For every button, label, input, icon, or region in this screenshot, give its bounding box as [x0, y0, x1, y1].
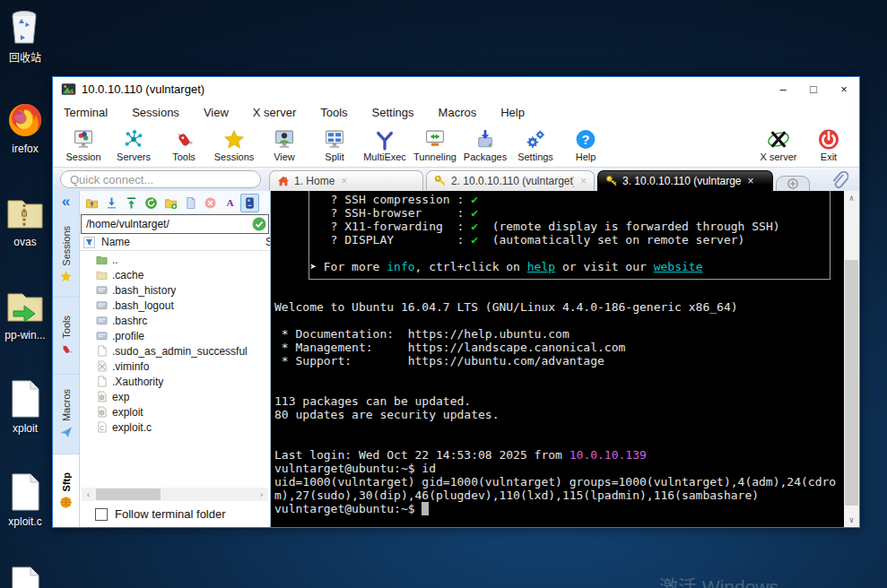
file-name: .cache	[112, 269, 143, 281]
desktop-icon-exploit-file[interactable]: xploit	[0, 378, 50, 435]
sidebar-tab-macros[interactable]: Macros	[53, 375, 79, 455]
mobaxterm-window: 10.0.10.110 (vulntarget) – □ × TerminalS…	[52, 76, 860, 528]
sidebar-tab-tools[interactable]: Tools	[53, 298, 79, 375]
desktop-icon-exploit-c-file[interactable]: xploit.c	[0, 471, 50, 528]
toolbar-button-label: Split	[325, 151, 343, 162]
doc-icon	[4, 378, 46, 419]
path-bar[interactable]: /home/vulntarget/	[81, 214, 269, 234]
terminal-sync-button[interactable]	[240, 194, 259, 212]
toolbar-packages-button[interactable]: Packages	[460, 125, 510, 166]
toolbar-multiexec-button[interactable]: MultiExec	[360, 125, 410, 166]
follow-terminal-folder-label: Follow terminal folder	[115, 507, 226, 521]
session-tab-3[interactable]: 3. 10.0.10.110 (vulntarge×	[597, 170, 773, 191]
sidebar-tab-sessions[interactable]: Sessions	[53, 212, 79, 298]
terminal-line: m),27(sudo),30(dip),46(plugdev),110(lxd)…	[274, 489, 843, 502]
toolbar-servers-button[interactable]: Servers	[109, 125, 159, 166]
session-tab-1[interactable]: 1. Home×	[269, 170, 423, 191]
menu-help[interactable]: Help	[491, 103, 534, 122]
file-row-exp[interactable]: exp	[80, 389, 270, 404]
file-row--bash-history[interactable]: .bash_history	[80, 282, 270, 298]
toolbar-session-button[interactable]: Session	[58, 125, 109, 166]
side-tab-strip: «SessionsToolsMacrosSftp	[53, 191, 80, 527]
hscroll-thumb[interactable]	[96, 489, 161, 500]
minimize-button[interactable]: –	[768, 78, 798, 101]
collapse-sidebar-button[interactable]: «	[53, 191, 79, 212]
toolbar-tunneling-button[interactable]: Tunneling	[410, 125, 460, 166]
new-folder-button[interactable]	[161, 194, 180, 212]
desktop-icon-firefox[interactable]: irefox	[0, 99, 50, 155]
file-list-header[interactable]: Name S	[80, 234, 270, 251]
toolbar-settings-button[interactable]: Settings	[510, 125, 561, 166]
new-tab-button[interactable]	[776, 176, 810, 191]
toolbar-view-button[interactable]: View	[259, 125, 309, 166]
file-row-exploit[interactable]: exploit	[80, 404, 270, 419]
toolbar-sessions-button[interactable]: Sessions	[209, 125, 259, 166]
file-row--bashrc[interactable]: .bashrc	[80, 313, 270, 328]
parent-dir-button[interactable]	[83, 194, 101, 212]
menu-x-server[interactable]: X server	[244, 103, 305, 122]
paperclip-icon[interactable]	[830, 171, 848, 191]
toolbar-split-button[interactable]: Split	[309, 125, 360, 166]
menu-terminal[interactable]: Terminal	[55, 103, 117, 122]
quick-connect-input[interactable]	[60, 170, 261, 188]
file-row--profile[interactable]: .profile	[80, 328, 270, 343]
close-tab-icon[interactable]: ×	[580, 175, 587, 187]
scroll-right-icon[interactable]: ›	[255, 488, 268, 501]
file-panel-hscrollbar[interactable]: ‹ ›	[82, 488, 268, 501]
terminal-scroll-thumb[interactable]	[845, 260, 858, 506]
file-row--viminfo[interactable]: .viminfo	[80, 359, 270, 374]
xserver-icon	[767, 128, 790, 151]
file-row--xauthority[interactable]: .Xauthority	[80, 374, 270, 389]
scroll-up-icon[interactable]: ∧	[844, 191, 859, 205]
terminal[interactable]: ? SSH compression : ✔ ? SSH-browser : ✔ …	[271, 191, 859, 527]
file-row--bash-logout[interactable]: .bash_logout	[80, 298, 270, 313]
file-name: exp	[112, 391, 129, 403]
close-tab-icon[interactable]: ×	[748, 175, 754, 187]
menu-macros[interactable]: Macros	[430, 103, 486, 122]
menu-tools[interactable]: Tools	[311, 103, 356, 122]
upload-button[interactable]	[122, 194, 141, 212]
new-file-button[interactable]	[181, 194, 200, 212]
sidebar-tab-label: Sessions	[61, 226, 72, 266]
desktop-icon-recycle-bin[interactable]: 回收站	[0, 5, 50, 65]
scroll-down-icon[interactable]: ∨	[844, 513, 859, 527]
desktop-icon-label: xploit	[13, 422, 38, 435]
close-button[interactable]: ×	[829, 78, 859, 101]
connection-ok-icon	[252, 217, 266, 231]
sidebar-tab-sftp[interactable]: Sftp	[53, 454, 79, 527]
session-tab-2[interactable]: 2. 10.0.10.110 (vulntarget)×	[426, 170, 595, 191]
toolbar-x-server-button[interactable]: X server	[753, 125, 804, 166]
menu-bar: TerminalSessionsViewX serverToolsSetting…	[53, 101, 859, 123]
window-title: 10.0.10.110 (vulntarget)	[82, 82, 768, 96]
terminal-output: ? SSH compression : ✔ ? SSH-browser : ✔ …	[274, 193, 843, 515]
file-row-exploit-c[interactable]: Cexploit.c	[80, 419, 270, 435]
rename-button[interactable]: A	[221, 194, 239, 212]
follow-terminal-folder-checkbox[interactable]	[95, 508, 108, 521]
file-row--[interactable]: ..	[80, 252, 270, 267]
terminal-scrollbar[interactable]: ∧ ∨	[844, 191, 859, 527]
toolbar-tools-button[interactable]: Tools	[159, 125, 209, 166]
close-tab-icon[interactable]: ×	[341, 175, 347, 187]
download-button[interactable]	[102, 194, 121, 212]
file-row--sudo-as-admin-successful[interactable]: .sudo_as_admin_successful	[80, 343, 270, 359]
menu-view[interactable]: View	[195, 103, 238, 122]
scroll-left-icon[interactable]: ‹	[82, 488, 95, 501]
refresh-button[interactable]	[142, 194, 161, 212]
file-name: .sudo_as_admin_successful	[112, 345, 248, 358]
sidebar-tab-label: Tools	[61, 316, 72, 339]
knife-icon	[59, 342, 73, 356]
desktop-icon-partial-file[interactable]	[0, 565, 50, 588]
servers-icon	[122, 128, 145, 151]
file-row--cache[interactable]: .cache	[80, 267, 270, 282]
desktop-icon-ovas-archive[interactable]: ovas	[0, 192, 50, 248]
key-icon	[605, 175, 618, 187]
terminal-line	[274, 381, 843, 394]
menu-settings[interactable]: Settings	[363, 103, 423, 122]
toolbar-exit-button[interactable]: Exit	[804, 125, 854, 166]
size-column-header: S	[265, 236, 270, 248]
maximize-button[interactable]: □	[798, 78, 829, 101]
toolbar-help-button[interactable]: ?Help	[561, 125, 611, 166]
desktop-icon-app-win-folder[interactable]: pp-win...	[0, 285, 50, 342]
menu-sessions[interactable]: Sessions	[123, 103, 188, 122]
delete-button[interactable]	[201, 194, 220, 212]
